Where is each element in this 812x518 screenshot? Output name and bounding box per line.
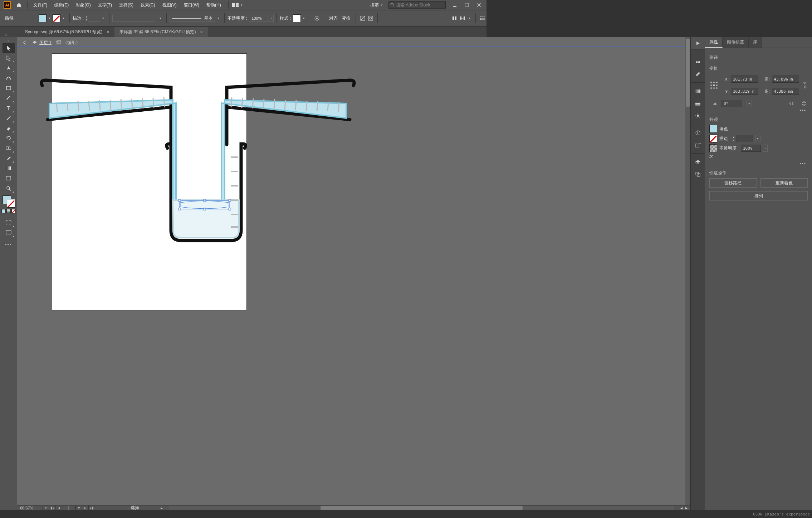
- window-close[interactable]: [473, 1, 485, 9]
- trace-dropdown[interactable]: 描摹 ▾: [367, 1, 386, 9]
- separator: [377, 13, 378, 23]
- stroke-swatch-none[interactable]: [53, 14, 60, 22]
- stock-search-input[interactable]: 搜索 Adobe Stock: [388, 1, 446, 9]
- canvas-area[interactable]: 图层 1 〈编组〉: [17, 37, 486, 311]
- stroke-swatch-group[interactable]: ▾: [53, 14, 67, 22]
- svg-line-47: [110, 100, 111, 110]
- window-minimize[interactable]: [449, 1, 461, 9]
- svg-line-61: [253, 98, 253, 108]
- brush-definition[interactable]: [112, 15, 155, 22]
- fill-stroke-indicator[interactable]: [2, 195, 15, 208]
- stroke-weight-input[interactable]: [88, 15, 100, 22]
- close-icon[interactable]: ×: [200, 29, 203, 35]
- svg-line-63: [231, 97, 232, 107]
- drawing-mode[interactable]: [3, 218, 15, 228]
- graphic-style-swatch[interactable]: [293, 14, 301, 22]
- type-tool[interactable]: T: [3, 103, 15, 113]
- zoom-tool[interactable]: [3, 183, 15, 193]
- stroke-profile-label: 基本: [204, 15, 213, 21]
- document-tab-2[interactable]: 未标题-3* @ 66.67% (CMYK/GPU 预览) ×: [114, 27, 208, 37]
- line-tool[interactable]: [3, 113, 15, 123]
- align-to-button[interactable]: [451, 14, 459, 22]
- rotate-tool[interactable]: [3, 133, 15, 143]
- separator: [310, 13, 310, 23]
- curvature-tool[interactable]: [3, 73, 15, 83]
- svg-line-52: [164, 97, 165, 107]
- svg-line-48: [121, 99, 122, 110]
- layer-name: 图层 1: [39, 40, 52, 46]
- svg-rect-0: [232, 3, 235, 7]
- eraser-tool[interactable]: [3, 123, 15, 133]
- opacity-flyout[interactable]: ›: [269, 15, 274, 22]
- svg-point-36: [7, 187, 10, 189]
- paintbrush-tool[interactable]: [3, 93, 15, 103]
- menu-help[interactable]: 帮助(H): [203, 0, 225, 10]
- recolor-button[interactable]: [313, 14, 321, 22]
- arrow-icon: [6, 45, 11, 51]
- svg-line-50: [142, 98, 143, 108]
- isolate-icon: [360, 15, 366, 21]
- align-link[interactable]: 对齐: [327, 15, 340, 21]
- rectangle-tool[interactable]: [3, 83, 15, 93]
- workspace-switcher[interactable]: ▾: [232, 1, 245, 9]
- screen-mode[interactable]: [3, 228, 15, 238]
- edit-clip-button[interactable]: [367, 14, 375, 22]
- chevron-down-icon[interactable]: ▾: [215, 16, 221, 20]
- color-mode-tiny[interactable]: [1, 209, 16, 215]
- selection-tool[interactable]: [3, 43, 15, 53]
- menu-type[interactable]: 文字(T): [94, 0, 116, 10]
- transform-link[interactable]: 变换: [340, 15, 353, 21]
- shape-builder-tool[interactable]: [3, 143, 15, 153]
- opacity-input[interactable]: 100%: [249, 15, 269, 22]
- separator: [27, 1, 28, 9]
- svg-rect-39: [6, 231, 11, 234]
- brush-icon: [6, 95, 11, 101]
- window-maximize[interactable]: [461, 1, 473, 9]
- svg-rect-76: [229, 208, 231, 210]
- fill-swatch[interactable]: [39, 14, 47, 22]
- stroke-profile[interactable]: 基本: [170, 15, 215, 22]
- svg-rect-71: [178, 199, 181, 202]
- svg-point-24: [480, 19, 481, 20]
- gradient-icon: [6, 166, 11, 171]
- chevron-down-icon: ▾: [47, 16, 53, 20]
- breadcrumb-layer[interactable]: 图层 1: [30, 40, 54, 46]
- menu-file[interactable]: 文件(F): [30, 0, 51, 10]
- tab-label: 未标题-3* @ 66.67% (CMYK/GPU 预览): [119, 29, 196, 35]
- artboard-tool[interactable]: [3, 173, 15, 183]
- chevron-down-icon: ▾: [381, 3, 383, 7]
- toolbox-collapse[interactable]: «: [0, 39, 17, 43]
- breadcrumb-back[interactable]: [21, 40, 30, 45]
- gradient-tool[interactable]: [3, 163, 15, 173]
- distribute-button[interactable]: [459, 14, 466, 22]
- eyedropper-tool[interactable]: [3, 153, 15, 163]
- svg-line-49: [132, 99, 132, 109]
- chevron-down-icon[interactable]: ▾: [466, 16, 473, 20]
- chevron-down-icon[interactable]: ▾: [100, 16, 106, 20]
- isolation-breadcrumb[interactable]: 图层 1 〈编组〉: [21, 39, 82, 47]
- chevron-down-icon[interactable]: ▾: [157, 16, 163, 20]
- menu-view[interactable]: 视图(V): [159, 0, 180, 10]
- svg-line-57: [295, 100, 296, 110]
- fill-swatch-group[interactable]: ▾: [39, 14, 53, 22]
- pen-tool[interactable]: [3, 63, 15, 73]
- expand-tabs-icon[interactable]: »: [5, 32, 8, 37]
- chevron-down-icon[interactable]: ▾: [301, 16, 307, 20]
- menu-edit[interactable]: 编辑(E): [51, 0, 72, 10]
- options-button[interactable]: [479, 14, 486, 22]
- layout-icon: [232, 3, 239, 7]
- menu-window[interactable]: 窗口(W): [180, 0, 203, 10]
- stroke-box-none[interactable]: [7, 199, 15, 208]
- home-button[interactable]: [15, 1, 23, 9]
- breadcrumb-group[interactable]: 〈编组〉: [54, 40, 82, 46]
- canvas-stage[interactable]: [17, 37, 486, 311]
- menu-select[interactable]: 选择(S): [116, 0, 137, 10]
- direct-selection-tool[interactable]: [3, 53, 15, 63]
- separator: [356, 13, 356, 23]
- menu-effect[interactable]: 效果(C): [137, 0, 159, 10]
- close-icon[interactable]: ×: [107, 29, 109, 35]
- edit-toolbar[interactable]: •••: [3, 240, 15, 250]
- document-tab-1[interactable]: Syringe.svg @ 66.67% (RGB/GPU 预览) ×: [20, 27, 114, 37]
- isolate-button[interactable]: [359, 14, 367, 22]
- menu-object[interactable]: 对象(O): [72, 0, 94, 10]
